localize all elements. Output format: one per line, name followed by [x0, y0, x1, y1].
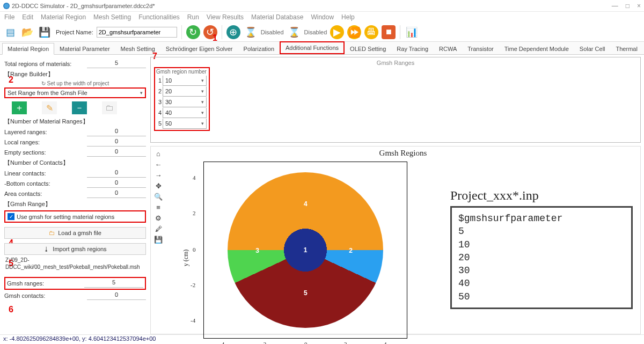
refresh-icon[interactable]: ↻	[186, 25, 200, 39]
region-select-5[interactable]: 50▾	[163, 119, 207, 129]
tab-oled-setting[interactable]: OLED Setting	[345, 43, 391, 54]
print-icon[interactable]: 🖶	[364, 25, 378, 39]
plot-canvas[interactable]: Gmsh Regions 1 2 3 4 5 4 2 0 -2 -4	[166, 147, 640, 334]
region-select-4[interactable]: 40▾	[163, 108, 207, 118]
region-pie: 1 2 3 4 5	[228, 172, 383, 328]
area-contacts-value[interactable]: 0	[87, 189, 146, 198]
import-gmsh-button[interactable]: ⭳ Import gmsh regions	[4, 243, 146, 255]
plot-toolbar: ⌂ ← → ✥ 🔍 ≡ ⚙ 🖉 💾	[151, 147, 166, 334]
tab-ray-tracing[interactable]: Ray Tracing	[391, 43, 434, 54]
layered-ranges-value[interactable]: 0	[87, 128, 146, 136]
menu-mesh-setting[interactable]: Mesh Setting	[93, 13, 131, 21]
maximize-button[interactable]: □	[626, 2, 630, 10]
save-plot-icon[interactable]: 💾	[153, 236, 164, 244]
right-panel: Gmsh Ranges Gmsh region number 110▾ 220▾…	[150, 55, 644, 334]
menu-material-region[interactable]: Material Region	[41, 13, 86, 21]
minimize-button[interactable]: —	[612, 2, 618, 10]
menu-view-results[interactable]: View Results	[207, 13, 244, 21]
setup-hint[interactable]: ↻ Set up the width of project	[4, 80, 146, 86]
edit-button[interactable]: ✎	[42, 101, 57, 114]
area-contacts-label: Area contacts:	[4, 191, 87, 197]
tab-solar-cell[interactable]: Solar Cell	[574, 43, 611, 54]
gmsh-region-table: Gmsh region number 110▾ 220▾ 330▾ 440▾ 5…	[154, 67, 210, 131]
save-icon[interactable]: 💾	[38, 25, 52, 39]
menu-material-database[interactable]: Material Database	[251, 13, 303, 21]
zoom-icon[interactable]: 🔍	[153, 193, 164, 201]
gmsh-region-header: Gmsh region number	[155, 68, 208, 75]
home-icon[interactable]: ⌂	[153, 150, 164, 158]
table-row: 550▾	[155, 118, 208, 129]
hourglass2-icon[interactable]: ⌛	[287, 25, 301, 39]
tab-polarization[interactable]: Polarization	[238, 43, 280, 54]
linear-contacts-value[interactable]: 0	[87, 169, 146, 178]
range-source-dropdown[interactable]: Set Range from the Gmsh File ▾	[4, 87, 146, 98]
region-select-2[interactable]: 20▾	[163, 86, 207, 97]
menu-functionalities[interactable]: Functionalities	[138, 13, 180, 21]
table-row: 110▾	[155, 75, 208, 86]
folder-button[interactable]: 🗀	[102, 101, 117, 114]
fastfwd-icon[interactable]: ⏩	[347, 25, 361, 39]
overlay-code-box: Project_xxx*.inp $gmshsurfparameter 5 10…	[450, 188, 633, 309]
local-ranges-value[interactable]: 0	[87, 138, 146, 147]
menu-edit[interactable]: Edit	[22, 13, 33, 21]
chevron-down-icon: ▾	[201, 99, 204, 105]
new-icon[interactable]: ▤	[3, 25, 17, 39]
title-bar: 2D-DDCC Simulator - 2D_gmshsurfparameter…	[0, 0, 644, 12]
gmsh-ranges-title: Gmsh Ranges	[153, 60, 638, 66]
table-row: 330▾	[155, 97, 208, 107]
folder-icon: 🗀	[49, 230, 55, 236]
subplots-icon[interactable]: ≡	[153, 203, 164, 211]
load-gmsh-button[interactable]: 🗀 Load a gmsh file	[4, 227, 146, 239]
gmsh-ranges-value[interactable]: 5	[84, 279, 143, 288]
play-icon[interactable]: ▶	[330, 25, 344, 39]
delete-button[interactable]: －	[72, 101, 87, 114]
bottom-contacts-value[interactable]: 0	[87, 179, 146, 188]
region-3-label: 3	[255, 247, 259, 254]
import-gmsh-label: Import gmsh regions	[53, 246, 106, 252]
project-name-input[interactable]	[97, 27, 177, 38]
menu-window[interactable]: Window	[311, 13, 334, 21]
hourglass1-icon[interactable]: ⌛	[244, 25, 258, 39]
total-regions-value[interactable]: 5	[87, 60, 146, 68]
stop-icon[interactable]: ■	[382, 25, 396, 39]
tab-thermal[interactable]: Thermal	[611, 43, 643, 54]
overlay-code: $gmshsurfparameter 5 10 20 30 40 50	[450, 206, 633, 309]
tab-material-parameter[interactable]: Material Parameter	[54, 43, 115, 54]
region-select-1[interactable]: 10▾	[163, 76, 207, 86]
edit-icon[interactable]: 🖉	[153, 225, 164, 233]
tab-bar: Material Region Material Parameter Mesh …	[0, 42, 644, 55]
checkbox-icon[interactable]: ✓	[8, 213, 14, 220]
gmsh-contacts-value[interactable]: 0	[87, 291, 146, 300]
region-select-3[interactable]: 30▾	[163, 97, 207, 107]
gmsh-ranges-panel: Gmsh Ranges Gmsh region number 110▾ 220▾…	[150, 57, 641, 143]
tab-schrodinger[interactable]: Schrödinger Eigen Solver	[160, 43, 238, 54]
chevron-down-icon: ▾	[201, 110, 204, 115]
tab-additional-functions[interactable]: Additional Functions	[280, 41, 345, 54]
linear-contacts-label: Linear contacts:	[4, 170, 87, 177]
chevron-down-icon: ▾	[201, 89, 204, 94]
tab-transistor[interactable]: Transistor	[462, 43, 499, 54]
plot-panel: ⌂ ← → ✥ 🔍 ≡ ⚙ 🖉 💾 Gmsh Regions 1 2 3 4	[150, 146, 641, 334]
left-panel: Total regions of materials: 5 【Range Bui…	[0, 55, 150, 334]
region-5-label: 5	[304, 289, 308, 297]
menu-run[interactable]: Run	[187, 13, 199, 21]
globe-icon[interactable]: ⊕	[226, 25, 240, 39]
empty-sections-value[interactable]: 0	[87, 148, 146, 157]
configure-icon[interactable]: ⚙	[153, 214, 164, 222]
close-button[interactable]: ×	[637, 2, 641, 10]
add-button[interactable]: ＋	[12, 101, 27, 114]
forward-icon[interactable]: →	[153, 171, 164, 179]
use-gmsh-checkbox-row[interactable]: ✓ Use gmsh for setting material regions	[4, 210, 146, 223]
tab-material-region[interactable]: Material Region	[2, 43, 54, 55]
chart-icon[interactable]: 📊	[405, 25, 419, 39]
menu-help[interactable]: Help	[341, 13, 355, 21]
plot-title: Gmsh Regions	[166, 149, 640, 158]
tab-rcwa[interactable]: RCWA	[434, 43, 462, 54]
back-icon[interactable]: ←	[153, 160, 164, 169]
menu-file[interactable]: File	[4, 13, 14, 21]
open-icon[interactable]: 📂	[20, 25, 34, 39]
chart-axes: 1 2 3 4 5	[203, 162, 407, 339]
gmsh-range-label: 【Gmsh Range】	[4, 200, 146, 208]
tab-time-dependent[interactable]: Time Dependent Module	[499, 43, 574, 54]
pan-icon[interactable]: ✥	[153, 182, 164, 190]
